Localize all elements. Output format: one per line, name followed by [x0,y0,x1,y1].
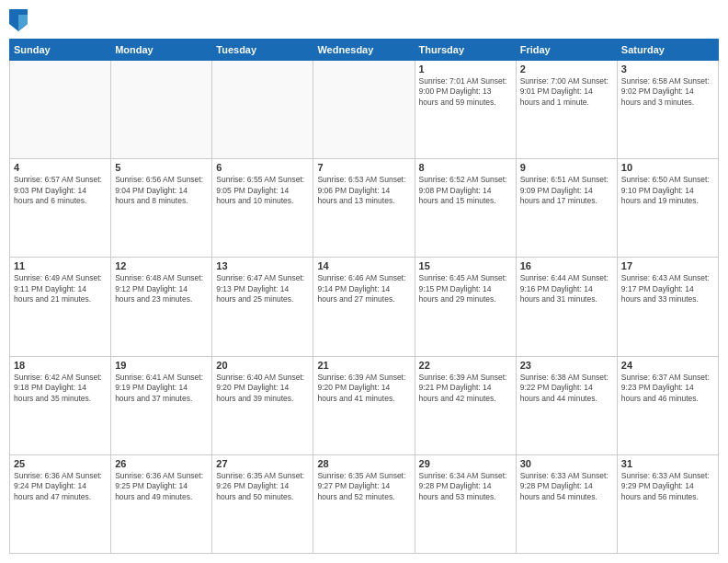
day-detail: Sunrise: 6:38 AM Sunset: 9:22 PM Dayligh… [520,373,613,404]
calendar-week-4: 18Sunrise: 6:42 AM Sunset: 9:18 PM Dayli… [10,356,719,454]
day-detail: Sunrise: 6:33 AM Sunset: 9:29 PM Dayligh… [621,471,714,502]
calendar-cell: 29Sunrise: 6:34 AM Sunset: 9:28 PM Dayli… [415,454,516,553]
calendar-cell: 12Sunrise: 6:48 AM Sunset: 9:12 PM Dayli… [111,258,212,356]
calendar-header-row: SundayMondayTuesdayWednesdayThursdayFrid… [10,40,719,61]
day-header-saturday: Saturday [617,40,718,61]
day-number: 27 [216,458,309,469]
day-detail: Sunrise: 6:57 AM Sunset: 9:03 PM Dayligh… [14,175,107,206]
calendar-cell: 16Sunrise: 6:44 AM Sunset: 9:16 PM Dayli… [516,258,617,356]
day-number: 18 [14,360,107,371]
day-detail: Sunrise: 6:46 AM Sunset: 9:14 PM Dayligh… [317,273,410,304]
calendar-cell: 18Sunrise: 6:42 AM Sunset: 9:18 PM Dayli… [10,356,111,454]
day-detail: Sunrise: 6:43 AM Sunset: 9:17 PM Dayligh… [621,273,714,304]
day-number: 5 [115,162,208,173]
day-number: 29 [419,458,512,469]
calendar-cell: 11Sunrise: 6:49 AM Sunset: 9:11 PM Dayli… [10,258,111,356]
day-number: 26 [115,458,208,469]
calendar-table: SundayMondayTuesdayWednesdayThursdayFrid… [9,39,719,554]
day-detail: Sunrise: 6:52 AM Sunset: 9:08 PM Dayligh… [419,175,512,206]
day-detail: Sunrise: 6:47 AM Sunset: 9:13 PM Dayligh… [216,273,309,304]
calendar-cell: 30Sunrise: 6:33 AM Sunset: 9:28 PM Dayli… [516,454,617,553]
day-header-monday: Monday [111,40,212,61]
day-detail: Sunrise: 6:35 AM Sunset: 9:26 PM Dayligh… [216,471,309,502]
calendar-cell: 6Sunrise: 6:55 AM Sunset: 9:05 PM Daylig… [212,159,313,258]
day-header-friday: Friday [516,40,617,61]
day-number: 4 [14,162,107,173]
day-number: 6 [216,162,309,173]
day-number: 23 [520,360,613,371]
logo-icon [9,9,28,31]
day-number: 25 [14,458,107,469]
day-detail: Sunrise: 6:42 AM Sunset: 9:18 PM Dayligh… [14,373,107,404]
calendar-cell: 22Sunrise: 6:39 AM Sunset: 9:21 PM Dayli… [415,356,516,454]
day-number: 24 [621,360,714,371]
day-number: 9 [520,162,613,173]
day-number: 8 [419,162,512,173]
day-detail: Sunrise: 6:49 AM Sunset: 9:11 PM Dayligh… [14,273,107,304]
day-detail: Sunrise: 6:56 AM Sunset: 9:04 PM Dayligh… [115,175,208,206]
calendar-cell: 15Sunrise: 6:45 AM Sunset: 9:15 PM Dayli… [415,258,516,356]
day-detail: Sunrise: 6:55 AM Sunset: 9:05 PM Dayligh… [216,175,309,206]
day-detail: Sunrise: 6:51 AM Sunset: 9:09 PM Dayligh… [520,175,613,206]
day-number: 20 [216,360,309,371]
day-number: 1 [419,63,512,75]
page: SundayMondayTuesdayWednesdayThursdayFrid… [0,0,728,563]
day-number: 11 [14,260,107,271]
day-number: 30 [520,458,613,469]
calendar-week-5: 25Sunrise: 6:36 AM Sunset: 9:24 PM Dayli… [10,454,719,553]
calendar-cell: 24Sunrise: 6:37 AM Sunset: 9:23 PM Dayli… [617,356,718,454]
calendar-week-1: 1Sunrise: 7:01 AM Sunset: 9:00 PM Daylig… [10,61,719,159]
day-number: 14 [317,260,410,271]
day-detail: Sunrise: 6:39 AM Sunset: 9:21 PM Dayligh… [419,373,512,404]
day-number: 10 [621,162,714,173]
day-detail: Sunrise: 7:00 AM Sunset: 9:01 PM Dayligh… [520,76,613,108]
day-number: 16 [520,260,613,271]
day-number: 3 [621,63,714,75]
calendar-cell [313,61,415,159]
calendar-cell: 13Sunrise: 6:47 AM Sunset: 9:13 PM Dayli… [212,258,313,356]
calendar-cell: 20Sunrise: 6:40 AM Sunset: 9:20 PM Dayli… [212,356,313,454]
day-detail: Sunrise: 6:37 AM Sunset: 9:23 PM Dayligh… [621,373,714,404]
day-header-tuesday: Tuesday [212,40,313,61]
day-detail: Sunrise: 6:58 AM Sunset: 9:02 PM Dayligh… [621,76,714,108]
day-header-thursday: Thursday [415,40,516,61]
calendar-cell [10,61,111,159]
day-header-wednesday: Wednesday [313,40,415,61]
calendar-cell: 25Sunrise: 6:36 AM Sunset: 9:24 PM Dayli… [10,454,111,553]
day-detail: Sunrise: 6:36 AM Sunset: 9:24 PM Dayligh… [14,471,107,502]
day-number: 2 [520,63,613,75]
day-detail: Sunrise: 6:35 AM Sunset: 9:27 PM Dayligh… [317,471,410,502]
calendar-cell: 23Sunrise: 6:38 AM Sunset: 9:22 PM Dayli… [516,356,617,454]
day-number: 31 [621,458,714,469]
day-number: 28 [317,458,410,469]
calendar-cell: 7Sunrise: 6:53 AM Sunset: 9:06 PM Daylig… [313,159,415,258]
calendar-cell: 21Sunrise: 6:39 AM Sunset: 9:20 PM Dayli… [313,356,415,454]
calendar-week-2: 4Sunrise: 6:57 AM Sunset: 9:03 PM Daylig… [10,159,719,258]
calendar-cell: 2Sunrise: 7:00 AM Sunset: 9:01 PM Daylig… [516,61,617,159]
day-number: 7 [317,162,410,173]
calendar-cell [111,61,212,159]
day-detail: Sunrise: 6:40 AM Sunset: 9:20 PM Dayligh… [216,373,309,404]
day-number: 15 [419,260,512,271]
calendar-cell: 28Sunrise: 6:35 AM Sunset: 9:27 PM Dayli… [313,454,415,553]
logo [9,9,31,31]
day-detail: Sunrise: 6:45 AM Sunset: 9:15 PM Dayligh… [419,273,512,304]
day-detail: Sunrise: 6:33 AM Sunset: 9:28 PM Dayligh… [520,471,613,502]
calendar-cell: 10Sunrise: 6:50 AM Sunset: 9:10 PM Dayli… [617,159,718,258]
calendar-cell: 3Sunrise: 6:58 AM Sunset: 9:02 PM Daylig… [617,61,718,159]
day-number: 12 [115,260,208,271]
day-detail: Sunrise: 6:41 AM Sunset: 9:19 PM Dayligh… [115,373,208,404]
calendar-cell: 31Sunrise: 6:33 AM Sunset: 9:29 PM Dayli… [617,454,718,553]
day-detail: Sunrise: 6:50 AM Sunset: 9:10 PM Dayligh… [621,175,714,206]
day-number: 19 [115,360,208,371]
calendar-cell: 8Sunrise: 6:52 AM Sunset: 9:08 PM Daylig… [415,159,516,258]
day-detail: Sunrise: 7:01 AM Sunset: 9:00 PM Dayligh… [419,76,512,108]
day-number: 21 [317,360,410,371]
calendar-cell: 4Sunrise: 6:57 AM Sunset: 9:03 PM Daylig… [10,159,111,258]
calendar-cell: 17Sunrise: 6:43 AM Sunset: 9:17 PM Dayli… [617,258,718,356]
calendar-cell: 14Sunrise: 6:46 AM Sunset: 9:14 PM Dayli… [313,258,415,356]
calendar-cell: 26Sunrise: 6:36 AM Sunset: 9:25 PM Dayli… [111,454,212,553]
day-detail: Sunrise: 6:48 AM Sunset: 9:12 PM Dayligh… [115,273,208,304]
day-header-sunday: Sunday [10,40,111,61]
day-detail: Sunrise: 6:34 AM Sunset: 9:28 PM Dayligh… [419,471,512,502]
